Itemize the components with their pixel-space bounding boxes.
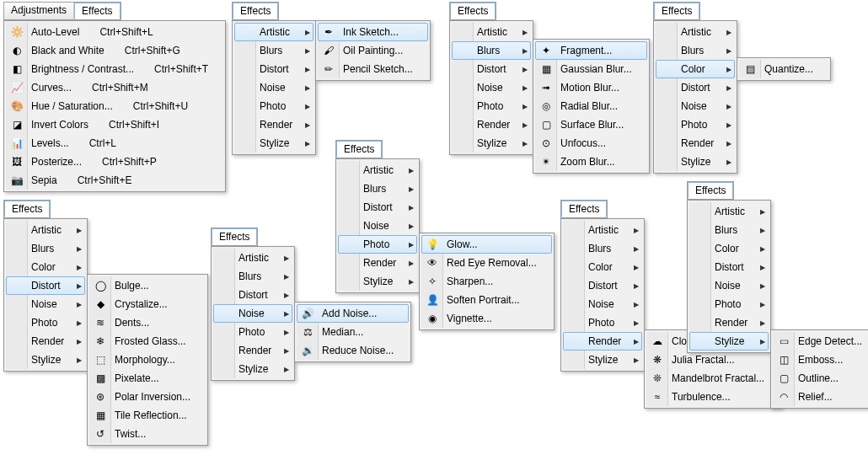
- menu-item-distort[interactable]: Distort▶: [452, 60, 531, 78]
- menu-item-crystalize[interactable]: ◆Crystalize...: [89, 295, 206, 313]
- menu-item-quantize[interactable]: ▤Quantize...: [739, 60, 828, 78]
- menu-item-blurs[interactable]: Blurs▶: [213, 267, 292, 286]
- menu-item-dents[interactable]: ≋Dents...: [89, 313, 206, 332]
- menu-item-photo[interactable]: Photo▶: [452, 97, 531, 115]
- menu-item-render[interactable]: Render▶: [452, 115, 531, 134]
- menu-item-photo[interactable]: Photo▶: [563, 313, 642, 332]
- tab-effects[interactable]: Effects: [561, 201, 607, 217]
- menu-item-photo[interactable]: Photo▶: [656, 115, 735, 134]
- menu-item-noise[interactable]: Noise▶: [213, 304, 292, 323]
- menu-item-noise[interactable]: Noise▶: [452, 78, 531, 97]
- menu-item-stylize[interactable]: Stylize▶: [213, 360, 292, 378]
- menu-item-blurs[interactable]: Blurs▶: [563, 239, 642, 258]
- menu-item-artistic[interactable]: Artistic▶: [656, 23, 735, 41]
- menu-item-photo[interactable]: Photo▶: [213, 323, 292, 341]
- menu-item-stylize[interactable]: Stylize▶: [689, 332, 769, 351]
- tab-effects[interactable]: Effects: [654, 3, 699, 19]
- menu-item-distort[interactable]: Distort▶: [338, 198, 417, 217]
- menu-item-distort[interactable]: Distort▶: [563, 276, 642, 295]
- menu-item-color[interactable]: Color▶: [6, 258, 85, 276]
- menu-item-bulge[interactable]: ◯Bulge...: [89, 276, 206, 295]
- menu-item-sepia[interactable]: 📷SepiaCtrl+Shift+E: [6, 171, 223, 190]
- menu-item-black-and-white[interactable]: ◐Black and WhiteCtrl+Shift+G: [6, 41, 223, 60]
- tab-effects[interactable]: Effects: [450, 3, 496, 19]
- menu-item-artistic[interactable]: Artistic▶: [338, 161, 417, 179]
- menu-item-brightness-contrast[interactable]: ◧Brightness / Contrast...Ctrl+Shift+T: [6, 60, 223, 78]
- menu-item-fragment[interactable]: ✦Fragment...: [535, 41, 647, 60]
- menu-item-motion-blur[interactable]: ➟Motion Blur...: [535, 78, 647, 97]
- tab-effects[interactable]: Effects: [212, 228, 257, 245]
- menu-item-pixelate[interactable]: ▩Pixelate...: [89, 369, 206, 388]
- menu-item-stylize[interactable]: Stylize▶: [656, 153, 735, 171]
- menu-item-blurs[interactable]: Blurs▶: [656, 41, 735, 60]
- menu-item-artistic[interactable]: Artistic▶: [452, 23, 531, 41]
- menu-item-stylize[interactable]: Stylize▶: [338, 272, 417, 291]
- menu-item-ink-sketch[interactable]: ✒Ink Sketch...: [318, 23, 428, 41]
- tab-effects[interactable]: Effects: [74, 3, 120, 19]
- menu-item-stylize[interactable]: Stylize▶: [563, 351, 642, 369]
- menu-item-curves[interactable]: 📈Curves...Ctrl+Shift+M: [6, 78, 223, 97]
- menu-item-color[interactable]: Color▶: [656, 60, 735, 78]
- menu-item-radial-blur[interactable]: ◎Radial Blur...: [535, 97, 647, 115]
- menu-item-render[interactable]: Render▶: [689, 313, 769, 332]
- menu-item-blurs[interactable]: Blurs▶: [338, 179, 417, 198]
- menu-item-distort[interactable]: Distort▶: [689, 258, 769, 276]
- menu-item-pencil-sketch[interactable]: ✏Pencil Sketch...: [318, 60, 428, 78]
- menu-item-noise[interactable]: Noise▶: [234, 78, 313, 97]
- menu-item-distort[interactable]: Distort▶: [656, 78, 735, 97]
- tab-effects[interactable]: Effects: [688, 182, 733, 199]
- menu-item-edge-detect[interactable]: ▭Edge Detect...: [773, 332, 868, 351]
- menu-item-invert-colors[interactable]: ◪Invert ColorsCtrl+Shift+I: [6, 115, 223, 134]
- menu-item-artistic[interactable]: Artistic▶: [689, 202, 769, 221]
- menu-item-red-eye-removal[interactable]: 👁Red Eye Removal...: [421, 254, 552, 272]
- menu-item-tile-reflection[interactable]: ▦Tile Reflection...: [89, 406, 206, 425]
- menu-item-outline[interactable]: ▢Outline...: [773, 369, 868, 388]
- menu-item-blurs[interactable]: Blurs▶: [234, 41, 313, 60]
- menu-item-oil-painting[interactable]: 🖌Oil Painting...: [318, 41, 428, 60]
- tab-effects[interactable]: Effects: [336, 141, 382, 158]
- tab-effects[interactable]: Effects: [4, 201, 50, 217]
- menu-item-artistic[interactable]: Artistic▶: [234, 23, 313, 41]
- menu-item-render[interactable]: Render▶: [656, 134, 735, 153]
- menu-item-emboss[interactable]: ◫Emboss...: [773, 351, 868, 369]
- menu-item-frosted-glass[interactable]: ❄Frosted Glass...: [89, 332, 206, 351]
- menu-item-render[interactable]: Render▶: [6, 332, 85, 351]
- menu-item-auto-level[interactable]: 🔆Auto-LevelCtrl+Shift+L: [6, 23, 223, 41]
- menu-item-noise[interactable]: Noise▶: [689, 276, 769, 295]
- menu-item-stylize[interactable]: Stylize▶: [6, 351, 85, 369]
- menu-item-photo[interactable]: Photo▶: [689, 295, 769, 313]
- menu-item-color[interactable]: Color▶: [563, 258, 642, 276]
- menu-item-noise[interactable]: Noise▶: [563, 295, 642, 313]
- menu-item-render[interactable]: Render▶: [213, 341, 292, 360]
- menu-item-artistic[interactable]: Artistic▶: [563, 221, 642, 239]
- menu-item-noise[interactable]: Noise▶: [338, 217, 417, 235]
- menu-item-render[interactable]: Render▶: [338, 254, 417, 272]
- menu-item-vignette[interactable]: ◉Vignette...: [421, 309, 552, 328]
- menu-item-blurs[interactable]: Blurs▶: [689, 221, 769, 239]
- menu-item-artistic[interactable]: Artistic▶: [213, 249, 292, 267]
- menu-item-photo[interactable]: Photo▶: [234, 97, 313, 115]
- menu-item-polar-inversion[interactable]: ⊛Polar Inversion...: [89, 388, 206, 406]
- menu-item-sharpen[interactable]: ✧Sharpen...: [421, 272, 552, 291]
- menu-item-distort[interactable]: Distort▶: [6, 276, 85, 295]
- tab-effects[interactable]: Effects: [233, 3, 278, 19]
- menu-item-morphology[interactable]: ⬚Morphology...: [89, 351, 206, 369]
- menu-item-photo[interactable]: Photo▶: [338, 235, 417, 254]
- menu-item-distort[interactable]: Distort▶: [213, 286, 292, 304]
- menu-item-glow[interactable]: 💡Glow...: [421, 235, 552, 254]
- menu-item-color[interactable]: Color▶: [689, 239, 769, 258]
- menu-item-relief[interactable]: ◠Relief...: [773, 388, 868, 406]
- menu-item-reduce-noise[interactable]: 🔉Reduce Noise...: [297, 341, 409, 360]
- menu-item-surface-blur[interactable]: ▢Surface Blur...: [535, 115, 647, 134]
- menu-item-noise[interactable]: Noise▶: [6, 295, 85, 313]
- menu-item-soften-portrait[interactable]: 👤Soften Portrait...: [421, 291, 552, 309]
- menu-item-gaussian-blur[interactable]: ▦Gaussian Blur...: [535, 60, 647, 78]
- menu-item-stylize[interactable]: Stylize▶: [234, 134, 313, 153]
- menu-item-noise[interactable]: Noise▶: [656, 97, 735, 115]
- menu-item-photo[interactable]: Photo▶: [6, 313, 85, 332]
- menu-item-blurs[interactable]: Blurs▶: [6, 239, 85, 258]
- menu-item-blurs[interactable]: Blurs▶: [452, 41, 531, 60]
- menu-item-levels[interactable]: 📊Levels...Ctrl+L: [6, 134, 223, 153]
- menu-item-twist[interactable]: ↺Twist...: [89, 425, 206, 443]
- tab-adjustments[interactable]: Adjustments: [4, 3, 74, 19]
